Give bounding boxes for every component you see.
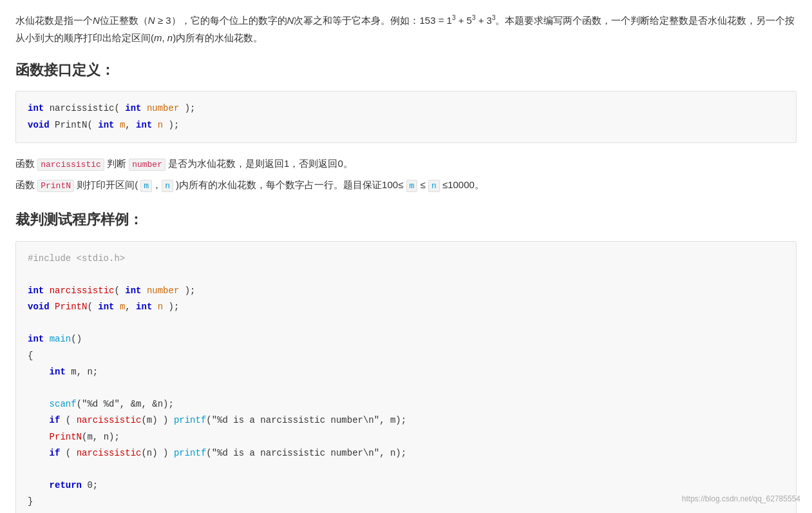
code-line-scanf: scanf("%d %d", &m, &n); [28, 396, 784, 412]
kw-int-param: int [125, 286, 141, 296]
code-line-printn-decl: void PrintN( int m, int n ); [28, 299, 784, 315]
intro-paragraph: 水仙花数是指一个N位正整数（N ≥ 3），它的每个位上的数字的N次幂之和等于它本… [15, 12, 797, 46]
interface-line2: void PrintN( int m, int n ); [28, 117, 784, 133]
fn-narcissistic-decl: narcissistic [50, 286, 115, 296]
param-number-decl: number [147, 286, 179, 296]
desc-line1: 函数 narcissistic 判断 number 是否为水仙花数，是则返回1，… [15, 155, 797, 173]
fn-printf-n: printf [174, 448, 206, 458]
fn-printn-call: PrintN [50, 432, 82, 442]
inline-n2: n [428, 180, 440, 192]
param-n: n [158, 120, 163, 130]
interface-line1: int narcissistic( int number ); [28, 101, 784, 117]
fn-printn-decl: PrintN [55, 302, 87, 312]
kw-int-mn: int [50, 367, 66, 377]
fn-narcissistic: narcissistic [50, 103, 115, 113]
fn-main: main [50, 334, 71, 344]
section2-title: 裁判测试程序样例： [15, 208, 797, 231]
kw-int: int [28, 103, 44, 113]
code-line-int-mn: int m, n; [28, 364, 784, 380]
kw-if-n: if [50, 448, 61, 458]
kw-int-decl: int [28, 286, 44, 296]
kw-int3: int [98, 120, 114, 130]
fn-printn: PrintN [55, 120, 87, 130]
desc-line2: 函数 PrintN 则打印开区间( m，n )内所有的水仙花数，每个数字占一行。… [15, 176, 797, 195]
code-line-main: int main() [28, 331, 784, 347]
param-m: m [120, 120, 125, 130]
code-line-printn-call: PrintN(m, n); [28, 429, 784, 445]
kw-int-m: int [98, 302, 114, 312]
code-brace-close: } [28, 494, 784, 510]
kw-int2: int [125, 103, 141, 113]
param-number: number [147, 103, 179, 113]
inline-narcissistic: narcissistic [37, 159, 104, 171]
inline-n: n [162, 180, 173, 192]
fn-printf-m: printf [174, 415, 206, 425]
footer-url: https://blog.csdn.net/qq_62785554 [682, 492, 800, 505]
inline-m: m [140, 180, 152, 192]
interface-code-block: int narcissistic( int number ); void Pri… [15, 91, 797, 142]
param-m-decl: m [120, 302, 125, 312]
code-line-if-n: if ( narcissistic(n) ) printf("%d is a n… [28, 445, 784, 461]
kw-void-decl: void [28, 302, 50, 312]
fn-narcissistic-call-m: narcissistic [77, 415, 142, 425]
kw-int-main: int [28, 334, 44, 344]
section1-title: 函数接口定义： [15, 58, 797, 82]
code-blank3 [28, 380, 784, 396]
kw-int-n: int [136, 302, 152, 312]
code-blank2 [28, 315, 784, 331]
code-line-include: #include <stdio.h> [28, 251, 784, 267]
sample-code-block: #include <stdio.h> int narcissistic( int… [15, 241, 797, 513]
include-comment: #include <stdio.h> [28, 253, 125, 264]
code-blank4 [28, 461, 784, 478]
code-brace-open: { [28, 348, 784, 364]
inline-printn: PrintN [37, 180, 74, 192]
inline-m2: m [406, 180, 418, 192]
kw-if-m: if [50, 415, 61, 425]
fn-narcissistic-call-n: narcissistic [77, 448, 142, 458]
param-n-decl: n [158, 302, 163, 312]
kw-int4: int [136, 120, 152, 130]
inline-number: number [129, 159, 165, 171]
kw-void: void [28, 120, 50, 130]
code-line-narcissistic-decl: int narcissistic( int number ); [28, 283, 784, 299]
fn-scanf: scanf [50, 399, 77, 409]
kw-return: return [50, 480, 82, 490]
code-line-if-m: if ( narcissistic(m) ) printf("%d is a n… [28, 412, 784, 429]
code-blank1 [28, 267, 784, 283]
code-line-return: return 0; [28, 478, 784, 494]
